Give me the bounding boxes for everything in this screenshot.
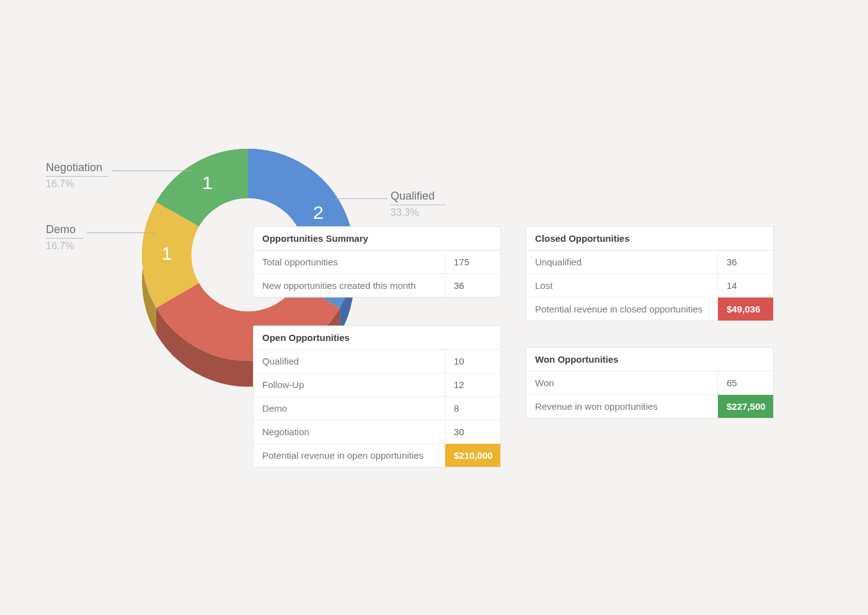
row-label: Potential revenue in open opportunities — [254, 444, 445, 467]
row-value: 14 — [717, 274, 773, 297]
table-row: Potential revenue in open opportunities … — [254, 444, 500, 467]
slice-count: 1 — [161, 242, 172, 263]
closed-opportunities-table: Closed Opportunities Unqualified 36 Lost… — [526, 226, 774, 321]
opportunities-summary-table: Opportunities Summary Total opportunitie… — [253, 226, 501, 298]
table-row: Follow-Up 12 — [254, 373, 500, 397]
row-label: Lost — [526, 274, 717, 297]
table-row: Qualified 10 — [254, 350, 500, 373]
table-row: Revenue in won opportunities $227,500 — [526, 395, 773, 418]
table-row: Total opportunities 175 — [254, 250, 500, 274]
table-header: Open Opportunities — [254, 326, 500, 350]
row-value: 65 — [717, 371, 773, 394]
table-row: Lost 14 — [526, 274, 773, 298]
row-label: Won — [526, 371, 717, 394]
row-value: 36 — [717, 250, 773, 273]
table-row: Potential revenue in closed opportunitie… — [526, 298, 773, 321]
leader-line — [335, 198, 388, 199]
slice-label-qualified: Qualified 33.3% — [391, 190, 446, 218]
slice-label-demo: Demo 16.7% — [46, 223, 83, 252]
table-row: Unqualified 36 — [526, 250, 773, 274]
row-label: Revenue in won opportunities — [526, 395, 717, 418]
row-value: 8 — [445, 397, 500, 420]
row-label: New opportunities created this month — [254, 274, 445, 297]
slice-label-name: Demo — [46, 223, 83, 239]
row-value-highlight: $49,036 — [717, 298, 773, 321]
open-opportunities-table: Open Opportunities Qualified 10 Follow-U… — [253, 325, 501, 467]
table-header: Closed Opportunities — [526, 227, 773, 250]
slice-label-negotiation: Negotiation 16.7% — [46, 161, 108, 190]
row-label: Potential revenue in closed opportunitie… — [526, 298, 717, 321]
row-label: Qualified — [254, 350, 445, 373]
row-label: Total opportunities — [254, 250, 445, 273]
row-value: 10 — [445, 350, 500, 373]
row-value: 30 — [445, 420, 500, 443]
slice-count: 1 — [202, 172, 213, 193]
row-value: 175 — [445, 250, 500, 273]
row-label: Unqualified — [526, 250, 717, 273]
table-row: Won 65 — [526, 371, 773, 395]
won-opportunities-table: Won Opportunities Won 65 Revenue in won … — [526, 347, 774, 418]
leader-line — [87, 232, 155, 233]
slice-label-name: Qualified — [391, 190, 446, 205]
row-value-highlight: $210,000 — [445, 444, 500, 467]
slice-label-pct: 16.7% — [46, 178, 108, 190]
row-label: Demo — [254, 397, 445, 420]
leader-line — [112, 170, 192, 171]
table-header: Opportunities Summary — [254, 227, 500, 250]
row-value: 12 — [445, 373, 500, 396]
slice-count: 2 — [313, 201, 324, 223]
row-value-highlight: $227,500 — [717, 395, 773, 418]
table-row: New opportunities created this month 36 — [254, 274, 500, 297]
slice-label-pct: 16.7% — [46, 240, 83, 252]
row-label: Follow-Up — [254, 373, 445, 396]
row-value: 36 — [445, 274, 500, 297]
slice-label-name: Negotiation — [46, 161, 108, 177]
table-row: Negotiation 30 — [254, 420, 500, 444]
table-row: Demo 8 — [254, 397, 500, 420]
table-header: Won Opportunities — [526, 348, 773, 371]
row-label: Negotiation — [254, 420, 445, 443]
slice-label-pct: 33.3% — [391, 206, 446, 218]
